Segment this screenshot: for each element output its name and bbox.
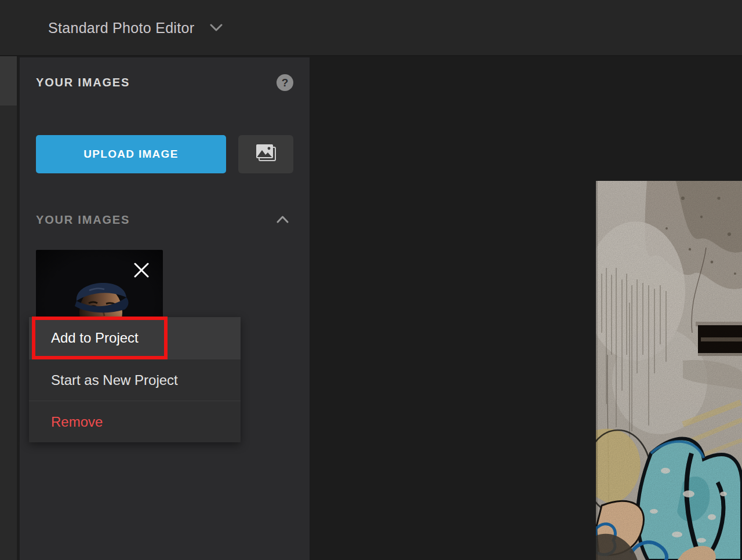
help-icon[interactable]: ? [277,74,293,91]
menu-item-add-to-project[interactable]: Add to Project [29,317,241,359]
your-images-panel: YOUR IMAGES ? UPLOAD IMAGE YOUR IMAGES [20,57,310,560]
menu-item-remove[interactable]: Remove [29,401,241,442]
upload-image-button[interactable]: UPLOAD IMAGE [36,135,226,173]
sample-images-button[interactable] [238,135,293,173]
editor-canvas [310,57,742,560]
top-bar: Standard Photo Editor [0,0,742,56]
page-title: Standard Photo Editor [48,20,194,37]
photo-editor-app: Standard Photo Editor YOUR IMAGES ? UPLO… [0,0,742,560]
chevron-up-icon[interactable] [276,215,289,226]
close-x-icon[interactable] [133,261,150,279]
menu-item-start-as-new-project[interactable]: Start as New Project [29,359,241,401]
upload-image-label: UPLOAD IMAGE [83,148,178,161]
tool-rail [0,57,17,560]
sample-images-icon [254,143,278,166]
canvas-photo-graffiti-wall[interactable] [596,181,742,560]
editor-mode-switcher[interactable]: Standard Photo Editor [48,0,223,56]
chevron-down-icon [210,23,223,34]
workspace: YOUR IMAGES ? UPLOAD IMAGE YOUR IMAGES [0,57,742,560]
your-images-section-title: YOUR IMAGES [36,213,130,227]
image-context-menu: Add to Project Start as New Project Remo… [29,317,241,442]
tool-rail-active-item[interactable] [0,56,17,106]
panel-title: YOUR IMAGES [36,76,130,89]
help-glyph: ? [282,77,289,89]
